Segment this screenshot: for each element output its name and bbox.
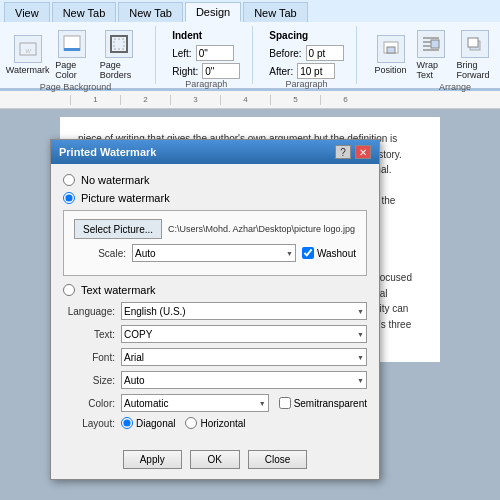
semitransparent-text: Semitransparent: [294, 398, 367, 409]
bring-forward-button[interactable]: Bring Forward: [453, 28, 498, 82]
picture-watermark-radio[interactable]: [63, 192, 75, 204]
washout-checkbox[interactable]: [302, 247, 314, 259]
language-select[interactable]: English (U.S.): [121, 302, 367, 320]
arrange-group-label: Arrange: [439, 82, 471, 94]
indent-fields: Indent Left: 0" Right: 0": [172, 28, 240, 79]
layout-label: Layout:: [63, 418, 115, 429]
wrap-text-button[interactable]: Wrap Text: [413, 28, 449, 82]
diagonal-radio[interactable]: [121, 417, 133, 429]
no-watermark-radio[interactable]: [63, 174, 75, 186]
watermark-icon: W: [14, 35, 42, 63]
font-select[interactable]: Arial: [121, 348, 367, 366]
horizontal-text: Horizontal: [200, 418, 245, 429]
spacing-before-input[interactable]: 0 pt: [306, 45, 344, 61]
indent-right-input[interactable]: 0": [202, 63, 240, 79]
dialog-footer: Apply OK Close: [51, 444, 379, 479]
tab-view[interactable]: View: [4, 2, 50, 22]
dialog-body: No watermark Picture watermark Select Pi…: [51, 164, 379, 444]
size-row: Size: Auto: [63, 371, 367, 389]
ok-button[interactable]: OK: [190, 450, 240, 469]
spacing-before-label: Before:: [269, 48, 301, 59]
position-label: Position: [375, 65, 407, 75]
semitransparent-label: Semitransparent: [279, 397, 367, 409]
indent-header: Indent: [172, 30, 240, 41]
size-select-wrapper: Auto: [121, 371, 367, 389]
tab-newtab-2[interactable]: New Tab: [118, 2, 183, 22]
svg-rect-8: [423, 37, 439, 39]
ribbon-tab-bar: View New Tab New Tab Design New Tab: [0, 0, 500, 22]
dialog-close-button[interactable]: ✕: [355, 145, 371, 159]
language-select-wrapper: English (U.S.): [121, 302, 367, 320]
text-label: Text:: [63, 329, 115, 340]
color-select-wrapper: Automatic: [121, 394, 269, 412]
language-row: Language: English (U.S.): [63, 302, 367, 320]
ruler-unit-6: 6: [320, 95, 370, 105]
ruler-unit-3: 3: [170, 95, 220, 105]
indent-right-label: Right:: [172, 66, 198, 77]
dialog-title: Printed Watermark: [59, 146, 156, 158]
ribbon: View New Tab New Tab Design New Tab W Wa…: [0, 0, 500, 91]
spacing-after-row: After: 10 pt: [269, 63, 343, 79]
position-icon: [377, 35, 405, 63]
svg-rect-14: [468, 38, 478, 47]
horizontal-label: Horizontal: [185, 417, 245, 429]
page-color-icon: [58, 30, 86, 58]
watermark-button[interactable]: W Watermark: [8, 33, 47, 77]
horizontal-radio[interactable]: [185, 417, 197, 429]
apply-button[interactable]: Apply: [123, 450, 182, 469]
page-color-button[interactable]: Page Color: [51, 28, 91, 82]
page-background-group-label: Page Background: [40, 82, 112, 94]
printed-watermark-dialog: Printed Watermark ? ✕ No watermark Pictu…: [50, 139, 380, 480]
text-watermark-row: Text watermark: [63, 284, 367, 296]
size-select[interactable]: Auto: [121, 371, 367, 389]
svg-rect-10: [431, 40, 439, 48]
bring-forward-label: Bring Forward: [457, 60, 494, 80]
page-borders-label: Page Borders: [100, 60, 140, 80]
spacing-group-label: Paragraph: [285, 79, 327, 91]
washout-checkbox-label: Washout: [302, 247, 356, 259]
tab-newtab-3[interactable]: New Tab: [243, 2, 308, 22]
ruler-unit-5: 5: [270, 95, 320, 105]
text-watermark-label: Text watermark: [81, 284, 156, 296]
font-label: Font:: [63, 352, 115, 363]
color-select[interactable]: Automatic: [121, 394, 269, 412]
ruler-unit-2: 2: [120, 95, 170, 105]
text-select-wrapper: COPY: [121, 325, 367, 343]
tab-design[interactable]: Design: [185, 2, 241, 22]
picture-watermark-label: Picture watermark: [81, 192, 170, 204]
spacing-after-input[interactable]: 10 pt: [297, 63, 335, 79]
main-area: piece of writing that gives the author's…: [0, 109, 500, 500]
dialog-help-button[interactable]: ?: [335, 145, 351, 159]
page-borders-button[interactable]: Page Borders: [96, 28, 144, 82]
layout-row: Layout: Diagonal Horizontal: [63, 417, 367, 429]
text-watermark-radio[interactable]: [63, 284, 75, 296]
layout-options: Diagonal Horizontal: [121, 417, 246, 429]
watermark-label: Watermark: [6, 65, 50, 75]
indent-group-label: Paragraph: [185, 79, 227, 91]
diagonal-label: Diagonal: [121, 417, 175, 429]
indent-left-input[interactable]: 0": [196, 45, 234, 61]
diagonal-text: Diagonal: [136, 418, 175, 429]
svg-rect-2: [64, 36, 80, 50]
color-row: Color: Automatic Semitransparent: [63, 394, 367, 412]
position-button[interactable]: Position: [373, 33, 409, 77]
semitransparent-checkbox[interactable]: [279, 397, 291, 409]
language-label: Language:: [63, 306, 115, 317]
ribbon-group-page-background: W Watermark Page Color: [8, 26, 156, 84]
svg-rect-11: [423, 45, 431, 47]
spacing-header: Spacing: [269, 30, 343, 41]
svg-rect-12: [423, 49, 439, 51]
filepath-display: C:\Users\Mohd. Azhar\Desktop\picture log…: [168, 224, 356, 234]
picture-watermark-row: Picture watermark: [63, 192, 367, 204]
tab-newtab-1[interactable]: New Tab: [52, 2, 117, 22]
select-picture-row: Select Picture... C:\Users\Mohd. Azhar\D…: [74, 219, 356, 239]
text-select[interactable]: COPY: [121, 325, 367, 343]
wrap-text-icon: [417, 30, 445, 58]
svg-rect-5: [114, 39, 124, 49]
text-row: Text: COPY: [63, 325, 367, 343]
spacing-before-row: Before: 0 pt: [269, 45, 343, 61]
no-watermark-label: No watermark: [81, 174, 149, 186]
scale-select[interactable]: Auto: [132, 244, 296, 262]
select-picture-button[interactable]: Select Picture...: [74, 219, 162, 239]
dialog-close-btn[interactable]: Close: [248, 450, 308, 469]
